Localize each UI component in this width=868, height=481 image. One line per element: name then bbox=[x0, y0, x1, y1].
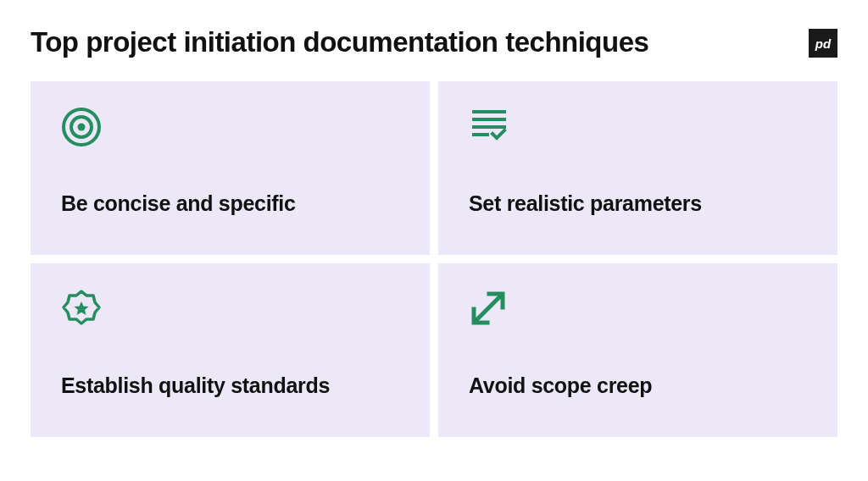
expand-arrow-icon bbox=[469, 289, 807, 331]
card-parameters: Set realistic parameters bbox=[438, 81, 837, 255]
cards-grid: Be concise and specific Set realistic pa… bbox=[31, 81, 837, 437]
star-badge-icon bbox=[61, 289, 399, 331]
svg-line-7 bbox=[476, 296, 501, 321]
card-label: Set realistic parameters bbox=[469, 191, 807, 216]
brand-logo-text: pd bbox=[815, 36, 831, 51]
card-label: Avoid scope creep bbox=[469, 373, 807, 398]
target-icon bbox=[61, 107, 399, 149]
page-title: Top project initiation documentation tec… bbox=[31, 27, 648, 58]
card-scope: Avoid scope creep bbox=[438, 263, 837, 437]
checklist-icon bbox=[469, 107, 807, 149]
card-label: Be concise and specific bbox=[61, 191, 399, 216]
card-concise: Be concise and specific bbox=[31, 81, 430, 255]
brand-logo: pd bbox=[809, 29, 837, 58]
header: Top project initiation documentation tec… bbox=[31, 27, 837, 58]
svg-point-2 bbox=[78, 124, 86, 131]
card-quality: Establish quality standards bbox=[31, 263, 430, 437]
card-label: Establish quality standards bbox=[61, 373, 399, 398]
